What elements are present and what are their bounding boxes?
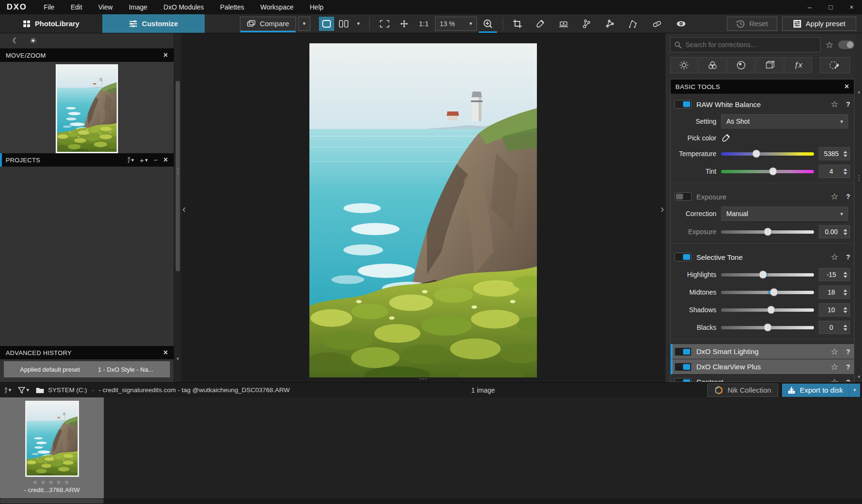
add-project-button[interactable]: +▾ (140, 156, 148, 164)
filmstrip-thumbnail[interactable] (25, 401, 79, 477)
help-icon[interactable]: ? (846, 100, 850, 108)
filmstrip-scrollbar[interactable] (0, 498, 862, 504)
control-point-tool-button[interactable] (578, 17, 595, 31)
folder-source[interactable]: SYSTEM (C:) (48, 386, 87, 394)
close-icon[interactable]: × (163, 156, 168, 164)
highlights-value-box[interactable]: -15 (819, 268, 850, 281)
pick-color-eyedropper-icon[interactable] (721, 133, 731, 143)
clearview-plus-row[interactable]: DxO ClearView Plus ☆ ? (671, 359, 854, 375)
blacks-slider[interactable] (721, 326, 814, 329)
export-to-disk-button[interactable]: Export to disk ▾ (782, 384, 860, 397)
split-view-button[interactable] (336, 17, 351, 31)
wb-setting-dropdown[interactable]: As Shot ▾ (721, 114, 848, 128)
minimize-button[interactable]: – (799, 3, 820, 11)
shadows-slider[interactable] (721, 308, 814, 312)
search-input[interactable] (685, 41, 816, 49)
favorite-star-icon[interactable]: ☆ (831, 362, 838, 372)
stepper[interactable] (843, 229, 847, 235)
menu-help[interactable]: Help (302, 3, 332, 11)
menu-dxo-modules[interactable]: DxO Modules (156, 3, 212, 11)
maximize-button[interactable]: □ (820, 3, 841, 11)
help-icon[interactable]: ? (846, 363, 850, 371)
move-zoom-thumbnail[interactable] (56, 64, 118, 153)
shadows-value-box[interactable]: 10 (819, 303, 850, 316)
exposure-value-box[interactable]: 0.00 (819, 225, 850, 238)
white-balance-toggle[interactable] (674, 100, 692, 109)
local-adjustments-button[interactable] (820, 57, 850, 73)
close-icon[interactable]: × (844, 82, 849, 91)
sort-button[interactable]: az ▾ (5, 387, 11, 394)
stepper[interactable] (843, 325, 847, 331)
temperature-value-box[interactable]: 5385 (819, 147, 850, 160)
stepper[interactable] (843, 272, 847, 278)
close-icon[interactable]: × (163, 51, 168, 59)
slider-handle[interactable] (759, 271, 767, 279)
stepper[interactable] (843, 289, 847, 296)
move-zoom-preview[interactable] (0, 62, 174, 153)
panel-grip-handle[interactable]: ⋮ (855, 174, 862, 182)
magnifier-button[interactable] (479, 17, 497, 31)
reset-button[interactable]: Reset (727, 17, 777, 31)
scroll-down-icon[interactable]: ▼ (855, 375, 862, 379)
help-icon[interactable]: ? (846, 253, 850, 261)
remove-project-button[interactable]: − (154, 156, 158, 164)
smart-lighting-toggle[interactable] (674, 347, 692, 356)
tint-slider[interactable] (721, 170, 814, 173)
clearview-plus-toggle[interactable] (674, 363, 692, 371)
white-balance-picker-button[interactable] (532, 17, 549, 31)
pan-button[interactable] (396, 17, 413, 31)
menu-palettes[interactable]: Palettes (212, 3, 252, 11)
help-icon[interactable]: ? (846, 348, 850, 356)
image-viewer[interactable]: ‹ › ··· (181, 33, 665, 382)
menu-edit[interactable]: Edit (62, 3, 90, 11)
slider-handle[interactable] (753, 150, 761, 158)
light-category-button[interactable] (670, 57, 698, 73)
zoom-level-select[interactable]: 13 % ▾ (435, 17, 477, 31)
favorite-star-icon[interactable]: ☆ (831, 252, 838, 262)
single-view-button[interactable] (319, 17, 334, 31)
slider-handle[interactable] (770, 288, 778, 296)
main-photo[interactable] (309, 43, 537, 377)
contrast-row[interactable]: Contrast ☆ ? (671, 375, 854, 382)
export-options-dropdown[interactable]: ▾ (849, 384, 860, 397)
scroll-up-icon[interactable]: ▲ (855, 89, 862, 94)
projects-list[interactable] (0, 167, 174, 346)
viewmode-dropdown[interactable]: ▾ (353, 17, 364, 31)
horizon-tool-button[interactable] (555, 17, 573, 31)
detail-category-button[interactable] (727, 57, 755, 73)
nik-collection-button[interactable]: Nik Collection (707, 384, 778, 397)
control-polygon-tool-button[interactable] (601, 17, 618, 31)
favorite-star-icon[interactable]: ☆ (831, 346, 838, 357)
stepper[interactable] (843, 307, 847, 313)
crop-tool-button[interactable] (509, 17, 526, 31)
slider-handle[interactable] (763, 228, 772, 236)
stepper[interactable] (843, 168, 847, 175)
exposure-correction-dropdown[interactable]: Manual ▾ (721, 207, 848, 221)
scroll-down-icon[interactable]: ▼ (174, 356, 181, 361)
light-background-icon[interactable]: ☀ (30, 36, 36, 45)
highlights-slider[interactable] (721, 273, 814, 277)
sort-projects-button[interactable]: az ▾ (128, 157, 134, 163)
compare-button[interactable]: Compare (240, 17, 296, 31)
collapse-left-panel-icon[interactable]: ‹ (182, 203, 186, 216)
selective-tone-toggle[interactable] (674, 253, 692, 261)
apply-preset-button[interactable]: Apply preset (782, 17, 856, 31)
menu-view[interactable]: View (90, 3, 121, 11)
menu-image[interactable]: Image (121, 3, 156, 11)
slider-handle[interactable] (769, 168, 777, 176)
filter-button[interactable]: ▾ (18, 387, 30, 394)
close-icon[interactable]: × (163, 348, 168, 357)
right-scrollbar[interactable]: ▲ ⋮ ▼ (855, 33, 862, 382)
collapse-right-panel-icon[interactable]: › (661, 203, 664, 216)
scrollbar-thumb[interactable] (176, 81, 180, 271)
show-corrections-button[interactable] (672, 17, 691, 31)
control-line-tool-button[interactable] (624, 17, 642, 31)
tab-customize[interactable]: Customize (102, 14, 205, 33)
slider-handle[interactable] (763, 324, 772, 332)
help-icon[interactable]: ? (846, 378, 850, 383)
color-category-button[interactable] (699, 57, 726, 73)
contrast-toggle[interactable] (674, 378, 692, 383)
exposure-toggle[interactable] (674, 192, 692, 201)
smart-lighting-row[interactable]: DxO Smart Lighting ☆ ? (671, 344, 854, 359)
tab-photolibrary[interactable]: PhotoLibrary (0, 14, 102, 33)
